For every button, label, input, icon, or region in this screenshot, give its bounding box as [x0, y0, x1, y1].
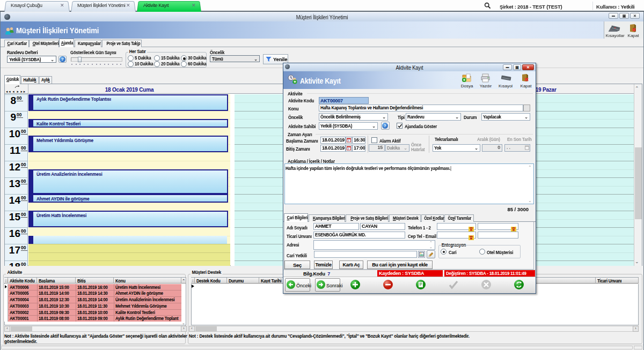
svg-text:7: 7: [348, 139, 349, 143]
svg-text:7: 7: [348, 147, 349, 151]
